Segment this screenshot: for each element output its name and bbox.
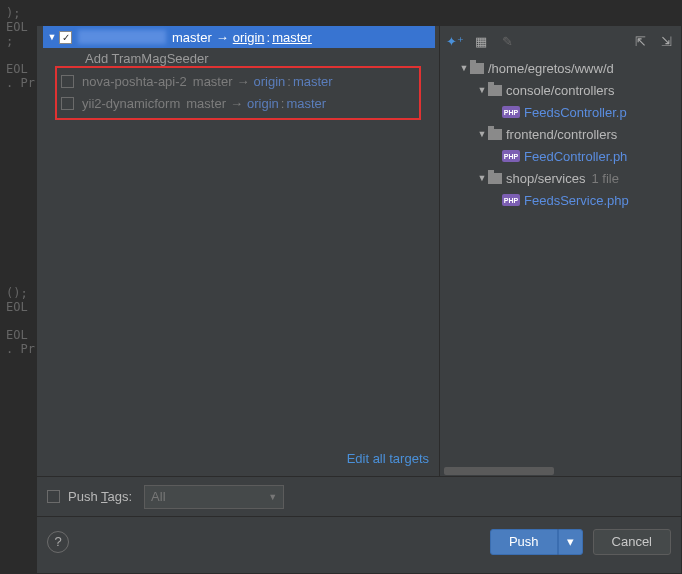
folder-label: console/controllers: [506, 83, 614, 98]
repo-name: nova-poshta-api-2: [82, 74, 187, 89]
edit-all-targets-link[interactable]: Edit all targets: [347, 451, 429, 466]
tree-folder[interactable]: ▼ shop/services 1 file: [444, 167, 677, 189]
collapse-all-icon[interactable]: ⇲: [655, 31, 677, 51]
repo-row[interactable]: nova-poshta-api-2 master → origin : mast…: [61, 70, 415, 92]
tree-file[interactable]: PHP FeedController.ph: [444, 145, 677, 167]
folder-icon: [470, 63, 484, 74]
remote-link[interactable]: origin: [247, 96, 279, 111]
selected-repo-row[interactable]: ▼ ✓ master → origin : master: [43, 26, 435, 48]
expand-icon[interactable]: ▼: [47, 32, 57, 42]
dialog-top: ▼ ✓ master → origin : master Add TramMag…: [37, 26, 681, 476]
push-dropdown-button[interactable]: ▾: [558, 529, 583, 555]
folder-icon: [488, 129, 502, 140]
arrow-icon: →: [237, 74, 250, 89]
folder-label: shop/services: [506, 171, 585, 186]
folder-label: /home/egretos/www/d: [488, 61, 614, 76]
expand-all-icon[interactable]: ⇱: [629, 31, 651, 51]
files-pane: ✦⁺ ▦ ✎ ⇱ ⇲ ▼ /home/egretos/www/d ▼ conso…: [440, 26, 681, 476]
chevron-down-icon[interactable]: ▼: [476, 85, 488, 95]
file-tree: ▼ /home/egretos/www/d ▼ console/controll…: [444, 57, 677, 211]
push-dialog: ▼ ✓ master → origin : master Add TramMag…: [36, 25, 682, 574]
commit-list: ▼ ✓ master → origin : master Add TramMag…: [43, 26, 435, 68]
dialog-buttons-row: ? Push ▾ Cancel: [37, 516, 681, 566]
label-post: ags:: [108, 489, 133, 504]
push-button[interactable]: Push: [490, 529, 558, 555]
sep: :: [287, 74, 291, 89]
arrow-icon: →: [216, 30, 229, 45]
tree-folder[interactable]: ▼ frontend/controllers: [444, 123, 677, 145]
repo-checkbox[interactable]: [61, 97, 74, 110]
chevron-down-icon[interactable]: ▼: [458, 63, 470, 73]
branch-to-link[interactable]: master: [293, 74, 333, 89]
highlight-box: nova-poshta-api-2 master → origin : mast…: [55, 66, 421, 120]
sep: :: [281, 96, 285, 111]
branch-from: master: [172, 30, 212, 45]
tree-root[interactable]: ▼ /home/egretos/www/d: [444, 57, 677, 79]
push-tags-checkbox[interactable]: [47, 490, 60, 503]
branch-to-link[interactable]: master: [286, 96, 326, 111]
help-button[interactable]: ?: [47, 531, 69, 553]
tree-folder[interactable]: ▼ console/controllers: [444, 79, 677, 101]
files-toolbar: ✦⁺ ▦ ✎ ⇱ ⇲: [444, 31, 677, 51]
folder-label: frontend/controllers: [506, 127, 617, 142]
chevron-down-icon[interactable]: ▼: [476, 129, 488, 139]
remote-link[interactable]: origin: [233, 30, 265, 45]
repo-name-blurred: [78, 30, 166, 44]
push-tags-row: Push Tags: All ▼: [37, 476, 681, 516]
sep: :: [267, 30, 271, 45]
php-file-icon: PHP: [502, 194, 520, 206]
remote-link[interactable]: origin: [254, 74, 286, 89]
edit-icon[interactable]: ✎: [496, 31, 518, 51]
repo-row[interactable]: yii2-dynamicform master → origin : maste…: [61, 92, 415, 114]
tree-file[interactable]: PHP FeedsController.p: [444, 101, 677, 123]
branch-to-link[interactable]: master: [272, 30, 312, 45]
push-tags-label[interactable]: Push Tags:: [68, 489, 132, 504]
commit-message[interactable]: Add TramMagSeeder: [43, 48, 435, 68]
php-file-icon: PHP: [502, 106, 520, 118]
tags-combo[interactable]: All ▼: [144, 485, 284, 509]
file-count: 1 file: [591, 171, 618, 186]
arrow-icon: →: [230, 96, 243, 111]
horizontal-scrollbar[interactable]: [444, 466, 677, 476]
repo-checkbox[interactable]: [61, 75, 74, 88]
file-label: FeedsService.php: [524, 193, 629, 208]
commits-pane: ▼ ✓ master → origin : master Add TramMag…: [37, 26, 440, 476]
folder-icon: [488, 173, 502, 184]
folder-icon: [488, 85, 502, 96]
new-changelist-icon[interactable]: ✦⁺: [444, 31, 466, 51]
branch-from: master: [193, 74, 233, 89]
file-label: FeedController.ph: [524, 149, 627, 164]
chevron-down-icon[interactable]: ▼: [476, 173, 488, 183]
combo-value: All: [151, 489, 165, 504]
label-pre: Push: [68, 489, 101, 504]
repo-checkbox[interactable]: ✓: [59, 31, 72, 44]
php-file-icon: PHP: [502, 150, 520, 162]
chevron-down-icon: ▼: [268, 492, 277, 502]
file-label: FeedsController.p: [524, 105, 627, 120]
group-icon[interactable]: ▦: [470, 31, 492, 51]
push-button-group: Push ▾: [490, 529, 583, 555]
scrollbar-thumb[interactable]: [444, 467, 554, 475]
cancel-button[interactable]: Cancel: [593, 529, 671, 555]
branch-from: master: [186, 96, 226, 111]
repo-name: yii2-dynamicform: [82, 96, 180, 111]
tree-file[interactable]: PHP FeedsService.php: [444, 189, 677, 211]
